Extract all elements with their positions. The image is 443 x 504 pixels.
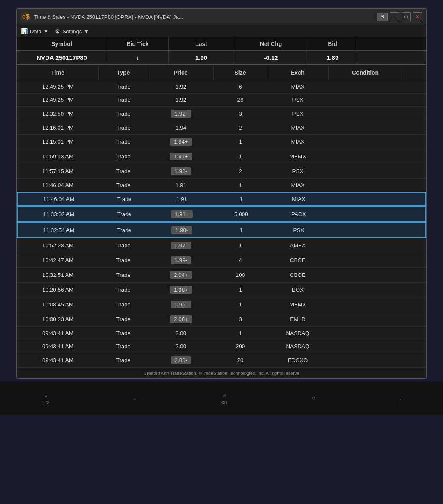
- td-size: 1: [214, 149, 267, 164]
- price-badge: 1.91+: [170, 153, 192, 160]
- summary-last: 1.90: [169, 51, 234, 64]
- td-exch: NASDAQ: [267, 340, 329, 353]
- td-size: 20: [214, 353, 267, 367]
- td-exch: PSX: [267, 164, 329, 178]
- td-condition: [329, 164, 402, 178]
- table-row[interactable]: 12:15:01 PM Trade 1.94+ 1 MIAX: [17, 135, 426, 149]
- title-bar: c$ Time & Sales - NVDA 250117P80 [OPRA] …: [17, 9, 426, 25]
- td-size: 1: [214, 135, 267, 149]
- bottom-btn-3[interactable]: ↺ 381: [220, 393, 228, 405]
- price-badge: 2.04+: [170, 271, 192, 279]
- th-condition: Condition: [329, 65, 402, 80]
- bottom-btn-5[interactable]: ›: [400, 397, 401, 402]
- table-row[interactable]: 11:57:15 AM Trade 1.90- 2 PSX: [17, 164, 426, 179]
- maximize-button[interactable]: □: [402, 12, 411, 21]
- td-condition: [329, 207, 403, 221]
- table-row[interactable]: 11:46:04 AM Trade 1.91 1 MIAX: [17, 179, 426, 192]
- td-price: 1.94: [148, 121, 214, 134]
- table-row[interactable]: 10:52:28 AM Trade 1.97- 1 AMEX: [17, 238, 426, 253]
- td-type: Trade: [99, 149, 148, 164]
- td-size: 100: [214, 268, 267, 282]
- close-button[interactable]: ✕: [413, 12, 422, 21]
- table-header: Time Type Price Size Exch Condition: [17, 65, 426, 80]
- price-badge: 1.97-: [171, 242, 192, 249]
- td-time: 10:42:47 AM: [17, 253, 99, 267]
- price-badge: 1.94+: [170, 138, 192, 146]
- td-condition: [329, 268, 402, 282]
- td-exch: MIAX: [267, 121, 329, 134]
- price-badge: 1.90-: [171, 167, 192, 175]
- summary-bid-tick: ↓: [107, 51, 169, 64]
- bottom-btn-2[interactable]: ⌕: [133, 396, 136, 403]
- price-badge: 1.92-: [171, 110, 192, 118]
- table-row[interactable]: 10:42:47 AM Trade 1.99- 4 CBOE: [17, 253, 426, 268]
- table-row[interactable]: 10:00:23 AM Trade 2.06+ 3 EMLD: [17, 312, 426, 327]
- td-size: 3: [214, 312, 267, 326]
- td-exch: BOX: [267, 283, 329, 297]
- td-type: Trade: [99, 179, 148, 192]
- table-row[interactable]: 10:20:56 AM Trade 1.98+ 1 BOX: [17, 283, 426, 297]
- td-size: 6: [214, 80, 267, 93]
- td-size: 26: [214, 94, 267, 106]
- td-price: 1.91+: [148, 149, 214, 164]
- td-time: 10:52:28 AM: [17, 238, 99, 253]
- table-row[interactable]: 10:08:45 AM Trade 1.95- 1 MEMX: [17, 297, 426, 312]
- td-time: 09:43:41 AM: [17, 340, 99, 353]
- td-type: Trade: [99, 253, 148, 267]
- table-row[interactable]: 12:49:25 PM Trade 1.92 6 MIAX: [17, 80, 426, 94]
- td-price: 1.98+: [148, 283, 214, 297]
- td-exch: PSX: [267, 94, 329, 106]
- td-condition: [329, 135, 402, 149]
- td-size: 2: [214, 121, 267, 134]
- td-condition: [329, 312, 402, 326]
- table-row[interactable]: 09:43:41 AM Trade 2.00 1 NASDAQ: [17, 327, 426, 340]
- td-exch: MIAX: [267, 80, 329, 93]
- settings-button[interactable]: ⚙ Settings ▼: [55, 28, 89, 34]
- table-row[interactable]: 11:33:02 AM Trade 1.91+ 5,000 PACX: [17, 206, 426, 222]
- td-price: 2.04+: [148, 268, 214, 282]
- td-price: 1.91: [148, 179, 214, 192]
- th-exch: Exch: [267, 65, 329, 80]
- table-row[interactable]: 12:32:50 PM Trade 1.92- 3 PSX: [17, 107, 426, 121]
- table-row[interactable]: 09:43:41 AM Trade 2.00 200 NASDAQ: [17, 340, 426, 353]
- minimize-button[interactable]: —: [390, 12, 399, 21]
- td-condition: [329, 193, 403, 205]
- th-type: Type: [99, 65, 148, 80]
- table-row[interactable]: 09:43:41 AM Trade 2.00- 20 EDGXO: [17, 353, 426, 368]
- td-condition: [329, 94, 402, 106]
- td-type: Trade: [99, 283, 148, 297]
- table-row[interactable]: 12:16:01 PM Trade 1.94 2 MIAX: [17, 121, 426, 135]
- td-size: 2: [214, 164, 267, 178]
- table-row[interactable]: 11:46:04 AM Trade 1.91 1 MIAX: [17, 192, 426, 206]
- bottom-btn-1[interactable]: ∧ 178: [42, 393, 49, 405]
- s-button[interactable]: S: [377, 13, 388, 21]
- td-type: Trade: [99, 297, 148, 312]
- table-row[interactable]: 12:49:25 PM Trade 1.92 26 PSX: [17, 94, 426, 107]
- td-size: 1: [214, 238, 267, 253]
- table-row[interactable]: 10:32:51 AM Trade 2.04+ 100 CBOE: [17, 268, 426, 283]
- price-value: 1.94: [176, 125, 186, 131]
- td-type: Trade: [100, 223, 149, 237]
- td-type: Trade: [99, 80, 148, 93]
- td-exch: MIAX: [267, 179, 329, 192]
- price-badge: 1.98+: [170, 286, 192, 294]
- td-time: 09:43:41 AM: [17, 353, 99, 367]
- data-button[interactable]: 📊 Data ▼: [21, 28, 48, 34]
- table-row[interactable]: 11:32:54 AM Trade 1.90- 1 PSX: [17, 222, 426, 238]
- td-price: 2.00: [148, 327, 214, 340]
- td-exch: MIAX: [268, 193, 329, 205]
- td-type: Trade: [100, 193, 149, 205]
- td-exch: MEMX: [267, 149, 329, 164]
- td-exch: CBOE: [267, 268, 329, 282]
- price-value: 2.00: [176, 343, 186, 349]
- td-size: 1: [214, 327, 267, 340]
- td-type: Trade: [99, 164, 148, 178]
- td-type: Trade: [99, 353, 148, 367]
- td-type: Trade: [99, 268, 148, 282]
- th-size: Size: [214, 65, 267, 80]
- bottom-btn-4[interactable]: ↺: [312, 396, 315, 403]
- price-badge: 1.91+: [171, 210, 193, 218]
- table-row[interactable]: 11:59:18 AM Trade 1.91+ 1 MEMX: [17, 149, 426, 164]
- price-badge: 2.00-: [171, 356, 192, 364]
- td-type: Trade: [99, 94, 148, 106]
